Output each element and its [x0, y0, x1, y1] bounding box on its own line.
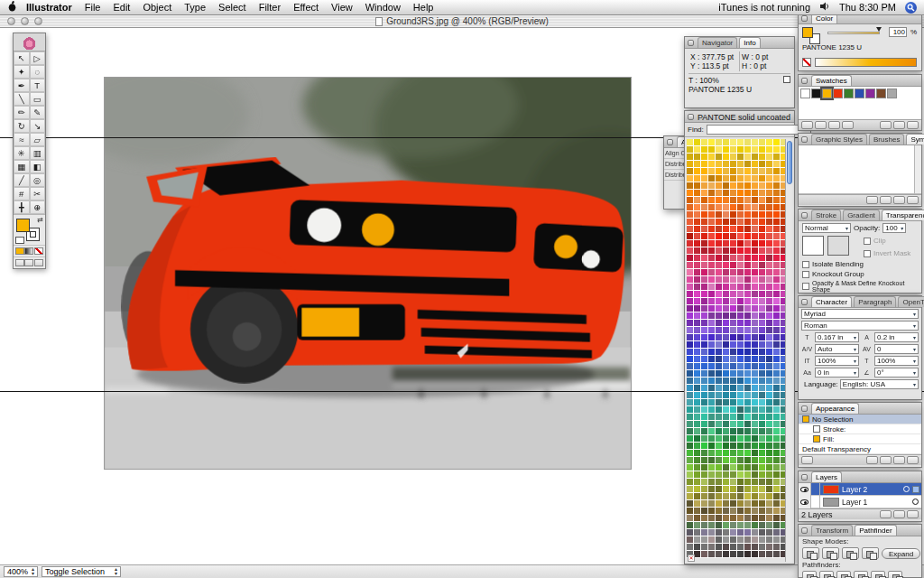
- pantone-swatch[interactable]: [694, 529, 701, 536]
- pantone-swatch[interactable]: [773, 168, 781, 175]
- pantone-swatch[interactable]: [687, 515, 694, 522]
- pantone-swatch[interactable]: [716, 269, 723, 276]
- pantone-swatch[interactable]: [701, 529, 708, 536]
- pantone-swatch[interactable]: [759, 190, 766, 197]
- pantone-swatch[interactable]: [730, 457, 737, 464]
- pantone-swatch[interactable]: [759, 385, 766, 392]
- pantone-swatch[interactable]: [694, 370, 701, 378]
- pantone-swatch[interactable]: [708, 161, 716, 168]
- pantone-swatch[interactable]: [716, 320, 723, 327]
- swatch-libraries-button[interactable]: [880, 121, 892, 129]
- pantone-swatch[interactable]: [694, 435, 701, 443]
- pantone-swatch[interactable]: [773, 370, 781, 378]
- symbols-scrollbar[interactable]: [914, 145, 921, 193]
- pantone-swatch[interactable]: [773, 500, 781, 508]
- pantone-swatch[interactable]: [766, 464, 773, 471]
- pantone-swatch[interactable]: [766, 457, 773, 464]
- pantone-swatch[interactable]: [744, 522, 752, 529]
- pantone-swatch[interactable]: [744, 154, 752, 161]
- pantone-swatch[interactable]: [708, 399, 716, 406]
- pantone-swatch[interactable]: [701, 486, 708, 493]
- pantone-swatch[interactable]: [694, 544, 701, 551]
- pantone-swatch[interactable]: [766, 247, 773, 255]
- pantone-swatch[interactable]: [708, 154, 716, 161]
- pantone-swatch[interactable]: [687, 269, 694, 276]
- pantone-swatch[interactable]: [716, 428, 723, 435]
- pantone-swatch[interactable]: [716, 399, 723, 406]
- tab-transform[interactable]: Transform: [811, 525, 853, 536]
- pantone-swatch[interactable]: [744, 276, 752, 284]
- pantone-swatch[interactable]: [752, 370, 759, 378]
- pantone-swatch[interactable]: [723, 269, 730, 276]
- pantone-swatch[interactable]: [759, 435, 766, 443]
- pantone-swatch[interactable]: [759, 464, 766, 471]
- pantone-swatch[interactable]: [716, 146, 723, 154]
- pantone-swatch[interactable]: [744, 399, 752, 406]
- pantone-swatch[interactable]: [694, 378, 701, 385]
- pantone-swatch[interactable]: [766, 226, 773, 233]
- pantone-swatch[interactable]: [708, 406, 716, 414]
- pantone-swatch[interactable]: [701, 276, 708, 284]
- pantone-swatch[interactable]: [737, 240, 744, 247]
- pantone-swatch[interactable]: [730, 204, 737, 211]
- pantone-swatch[interactable]: [730, 139, 737, 146]
- pantone-swatch[interactable]: [744, 414, 752, 421]
- pantone-swatch[interactable]: [730, 341, 737, 349]
- pantone-swatch[interactable]: [687, 500, 694, 508]
- pantone-swatch[interactable]: [716, 486, 723, 493]
- pantone-swatch[interactable]: [766, 146, 773, 154]
- pantone-swatch[interactable]: [759, 284, 766, 291]
- pantone-swatch[interactable]: [766, 312, 773, 320]
- pantone-swatch[interactable]: [723, 204, 730, 211]
- pantone-swatch[interactable]: [687, 204, 694, 211]
- pantone-swatch[interactable]: [744, 255, 752, 262]
- pantone-swatch[interactable]: [694, 500, 701, 508]
- pantone-swatch[interactable]: [694, 515, 701, 522]
- pantone-swatch[interactable]: [759, 515, 766, 522]
- pantone-swatch[interactable]: [744, 551, 752, 558]
- pantone-swatch[interactable]: [716, 450, 723, 457]
- slice-tool[interactable]: #: [14, 187, 30, 200]
- vertical-scale-field[interactable]: 100%: [874, 356, 919, 366]
- pantone-swatch[interactable]: [694, 443, 701, 450]
- pantone-swatch[interactable]: [759, 226, 766, 233]
- pantone-swatch[interactable]: [687, 320, 694, 327]
- pantone-swatch[interactable]: [737, 168, 744, 175]
- pantone-swatch[interactable]: [766, 385, 773, 392]
- pantone-swatch[interactable]: [701, 334, 708, 341]
- lock-toggle[interactable]: [811, 483, 820, 496]
- pantone-swatch[interactable]: [759, 370, 766, 378]
- tab-brushes[interactable]: Brushes: [869, 134, 904, 144]
- pantone-swatch[interactable]: [773, 508, 781, 515]
- pantone-swatch[interactable]: [687, 435, 694, 443]
- intersect-shape-areas-button[interactable]: [842, 547, 859, 559]
- pantone-swatch[interactable]: [708, 363, 716, 370]
- pantone-swatch[interactable]: [744, 443, 752, 450]
- pantone-swatch[interactable]: [730, 226, 737, 233]
- pantone-swatch[interactable]: [766, 305, 773, 312]
- pantone-swatch[interactable]: [737, 435, 744, 443]
- pantone-swatch[interactable]: [766, 168, 773, 175]
- pantone-swatch[interactable]: [687, 428, 694, 435]
- pantone-swatch[interactable]: [716, 464, 723, 471]
- pantone-swatch[interactable]: [687, 154, 694, 161]
- pantone-swatch[interactable]: [766, 479, 773, 486]
- pantone-swatch[interactable]: [708, 493, 716, 500]
- pantone-swatch[interactable]: [708, 544, 716, 551]
- pantone-swatch[interactable]: [687, 421, 694, 428]
- pantone-swatch[interactable]: [766, 276, 773, 284]
- reduce-to-basic-button[interactable]: [880, 456, 892, 464]
- pantone-swatch[interactable]: [773, 493, 781, 500]
- pantone-swatch[interactable]: [752, 146, 759, 154]
- swatch-pantone-1235[interactable]: [822, 89, 832, 98]
- pantone-swatch[interactable]: [759, 399, 766, 406]
- pantone-swatch[interactable]: [773, 421, 781, 428]
- pantone-swatch[interactable]: [716, 168, 723, 175]
- pantone-swatch[interactable]: [737, 515, 744, 522]
- layer-row-layer-2[interactable]: Layer 2: [799, 483, 921, 496]
- pantone-swatch[interactable]: [730, 392, 737, 399]
- pantone-swatch[interactable]: [694, 247, 701, 255]
- pantone-swatch[interactable]: [744, 320, 752, 327]
- pantone-swatch[interactable]: [716, 291, 723, 298]
- pantone-swatch[interactable]: [716, 312, 723, 320]
